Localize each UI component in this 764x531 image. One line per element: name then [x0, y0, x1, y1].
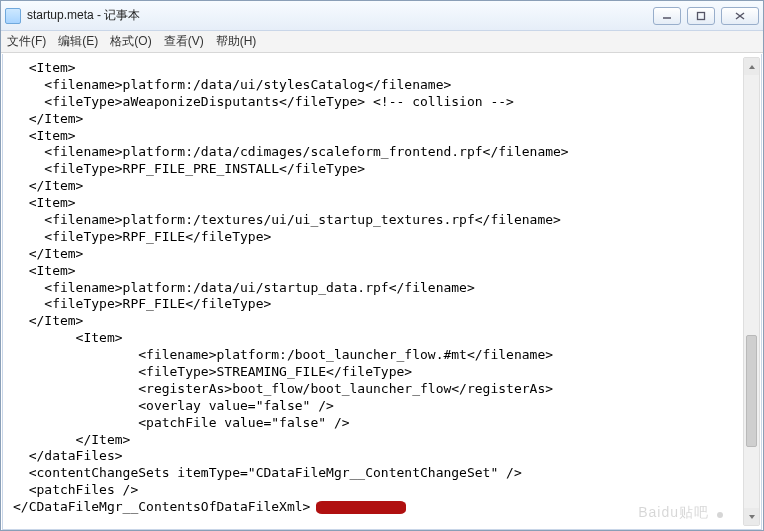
- scroll-up-button[interactable]: [744, 58, 759, 75]
- chevron-up-icon: [748, 63, 756, 71]
- window-title: startup.meta - 记事本: [27, 7, 140, 24]
- app-icon: [5, 8, 21, 24]
- watermark: Baidu贴吧: [638, 504, 727, 522]
- window-buttons: [653, 7, 759, 25]
- menu-file[interactable]: 文件(F): [7, 33, 46, 50]
- menu-bar: 文件(F) 编辑(E) 格式(O) 查看(V) 帮助(H): [1, 31, 763, 53]
- menu-help[interactable]: 帮助(H): [216, 33, 257, 50]
- notepad-window: startup.meta - 记事本 文件(F) 编辑(E) 格式(O) 查看(…: [0, 0, 764, 531]
- close-icon: [734, 11, 746, 21]
- minimize-button[interactable]: [653, 7, 681, 25]
- editor-viewport: <Item> <filename>platform:/data/ui/style…: [2, 54, 762, 530]
- redaction: [316, 501, 406, 514]
- close-button[interactable]: [721, 7, 759, 25]
- watermark-text: Baidu贴吧: [638, 504, 709, 522]
- title-bar[interactable]: startup.meta - 记事本: [1, 1, 763, 31]
- svg-marker-4: [749, 65, 755, 69]
- svg-marker-5: [749, 515, 755, 519]
- menu-format[interactable]: 格式(O): [110, 33, 151, 50]
- paw-icon: [713, 506, 727, 520]
- maximize-icon: [696, 11, 706, 21]
- maximize-button[interactable]: [687, 7, 715, 25]
- menu-edit[interactable]: 编辑(E): [58, 33, 98, 50]
- svg-rect-1: [698, 12, 705, 19]
- text-area[interactable]: <Item> <filename>platform:/data/ui/style…: [13, 60, 757, 525]
- menu-view[interactable]: 查看(V): [164, 33, 204, 50]
- scroll-thumb[interactable]: [746, 335, 757, 448]
- vertical-scrollbar[interactable]: [743, 57, 760, 526]
- scroll-track[interactable]: [744, 75, 759, 508]
- scroll-down-button[interactable]: [744, 508, 759, 525]
- minimize-icon: [662, 12, 672, 20]
- chevron-down-icon: [748, 513, 756, 521]
